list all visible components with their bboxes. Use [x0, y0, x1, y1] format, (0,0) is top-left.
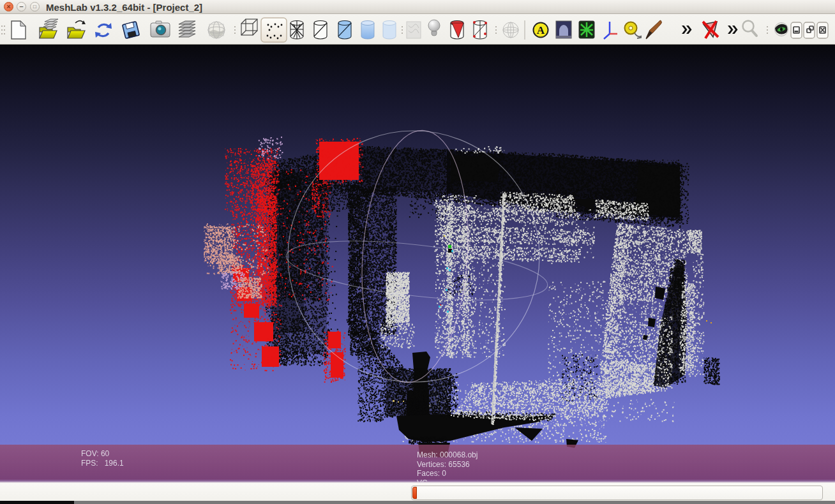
svg-text:A: A	[537, 24, 545, 36]
